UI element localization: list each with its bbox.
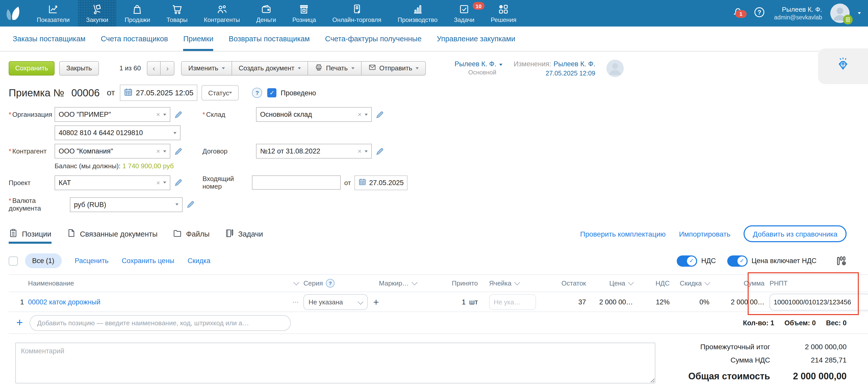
item-name-link[interactable]: 00002 каток дорожный	[28, 298, 100, 306]
nav-item-solutions[interactable]: Решения	[483, 0, 525, 27]
accepted-cell[interactable]: 1шт	[436, 298, 478, 306]
counterparty-select[interactable]: ООО "Компания" ×	[55, 144, 170, 159]
nav-item-production[interactable]: Производство	[390, 0, 446, 27]
add-series-button[interactable]: +	[373, 297, 379, 307]
close-button[interactable]: Закрыть	[59, 61, 99, 75]
discount-cell[interactable]: 0%	[670, 298, 709, 306]
nav-item-tasks[interactable]: 10 Задачи	[446, 0, 483, 27]
row-more-icon[interactable]: ⋯	[292, 298, 299, 306]
comment-textarea[interactable]	[15, 343, 655, 383]
price-includes-vat-toggle[interactable]: ✓ Цена включает НДС	[727, 255, 816, 266]
create-document-menu-button[interactable]: Создать документ	[232, 61, 308, 75]
save-button[interactable]: Сохранить	[9, 61, 55, 75]
import-link[interactable]: Импортировать	[679, 230, 731, 238]
status-dropdown-button[interactable]: Статус	[202, 85, 239, 100]
tab-received-invoices[interactable]: Счета-фактуры полученные	[317, 27, 429, 51]
vat-cell[interactable]: 12%	[633, 298, 670, 306]
edit-menu-button[interactable]: Изменить	[181, 61, 232, 75]
user-avatar[interactable]	[830, 4, 850, 23]
nav-item-retail[interactable]: Розница	[284, 0, 324, 27]
next-document-button[interactable]: ›	[161, 61, 175, 75]
tab-linked-documents[interactable]: Связанные документы	[67, 228, 158, 239]
select-all-checkbox[interactable]	[9, 256, 18, 265]
nav-item-money[interactable]: Деньги	[248, 0, 284, 27]
clipboard-icon	[9, 228, 18, 239]
warehouse-edit-pencil-icon[interactable]	[375, 110, 383, 119]
reprice-link[interactable]: Расценить	[75, 257, 108, 265]
owner-caret-icon[interactable]	[499, 64, 502, 66]
add-position-plus-icon[interactable]: +	[16, 317, 23, 328]
held-checkbox[interactable]: ✓	[268, 88, 277, 97]
col-marking[interactable]: Маркир…	[379, 280, 436, 287]
col-discount[interactable]: Скидка	[670, 280, 709, 287]
clear-icon[interactable]: ×	[358, 111, 362, 118]
help-icon[interactable]: ?	[753, 6, 766, 21]
notifications-button[interactable]: 1	[731, 6, 745, 21]
check-completeness-link[interactable]: Проверить комплектацию	[580, 230, 666, 238]
nav-item-goods[interactable]: Товары	[158, 0, 196, 27]
tab-supplier-returns[interactable]: Возвраты поставщикам	[221, 27, 317, 51]
chevron-down-icon	[174, 132, 177, 134]
series-select[interactable]: Не указана	[304, 294, 368, 310]
tab-receivings[interactable]: Приемки	[176, 27, 221, 51]
clear-icon[interactable]: ×	[156, 179, 160, 186]
rnpt-input[interactable]	[770, 293, 868, 310]
owner-block[interactable]: Рылеев К. Ф. Основной	[455, 60, 496, 76]
tab-supplier-orders[interactable]: Заказы поставщикам	[5, 27, 93, 51]
organization-select[interactable]: ООО "ПРИМЕР" ×	[55, 107, 170, 122]
contract-edit-pencil-icon[interactable]	[375, 147, 383, 155]
user-menu-caret-icon[interactable]	[858, 12, 861, 14]
warehouse-select[interactable]: Основной склад ×	[256, 107, 372, 122]
vat-toggle[interactable]: ✓ НДС	[677, 255, 716, 266]
add-position-input[interactable]	[30, 315, 291, 331]
nav-item-counterparties[interactable]: Контрагенты	[196, 0, 248, 27]
clear-icon[interactable]: ×	[156, 148, 160, 155]
col-price[interactable]: Цена	[586, 280, 633, 287]
bank-account-select[interactable]: 40802 810 4 6442 0129810	[55, 125, 181, 140]
changes-block: Изменения: Рылеев К. Ф. 27.05.2025 12:09	[514, 59, 595, 77]
held-help-icon[interactable]: ?	[252, 88, 262, 98]
nav-item-purchases[interactable]: Закупки	[78, 0, 117, 27]
send-menu-button[interactable]: Отправить	[362, 61, 426, 75]
nav-item-indicators[interactable]: Показатели	[29, 0, 78, 27]
tab-purchase-management[interactable]: Управление закупками	[429, 27, 523, 51]
incoming-date-input[interactable]: 27.05.2025	[354, 175, 408, 190]
contract-select[interactable]: №12 от 31.08.2022 ×	[256, 144, 372, 159]
counterparty-edit-pencil-icon[interactable]	[174, 147, 182, 155]
col-cell[interactable]: Ячейка	[478, 280, 544, 287]
column-settings-icon[interactable]	[836, 255, 846, 266]
changes-author-link[interactable]: Рылеев К. Ф.	[554, 60, 595, 68]
grand-total-value: 2 000 000,00	[770, 371, 846, 382]
clear-icon[interactable]: ×	[156, 111, 160, 118]
currency-select[interactable]: руб (RUB)	[70, 197, 183, 212]
col-name[interactable]: Наименование	[27, 280, 304, 287]
prev-document-button[interactable]: ‹	[147, 61, 161, 75]
save-prices-link[interactable]: Сохранить цены	[122, 257, 174, 265]
clear-icon[interactable]: ×	[358, 148, 362, 155]
price-cell[interactable]: 2 000 00…	[586, 298, 633, 306]
tab-supplier-invoices[interactable]: Счета поставщиков	[93, 27, 176, 51]
tab-positions[interactable]: Позиции	[9, 228, 51, 239]
table-header-row: Наименование Серия? Маркир… Принято Ячей…	[9, 274, 868, 292]
tab-files[interactable]: Файлы	[173, 228, 210, 239]
app-logo-icon[interactable]	[0, 0, 29, 27]
tab-tasks[interactable]: Задачи	[225, 228, 263, 239]
nav-item-sales[interactable]: Продажи	[117, 0, 158, 27]
add-from-catalog-button[interactable]: Добавить из справочника	[744, 225, 846, 242]
print-menu-button[interactable]: Печать	[308, 61, 361, 75]
user-info[interactable]: Рылеев К. Ф. admin@sevkavlab	[774, 5, 822, 21]
changes-datetime-link[interactable]: 27.05.2025 12:09	[514, 69, 595, 78]
project-select[interactable]: КАТ ×	[55, 175, 170, 190]
filter-all-pill[interactable]: Все (1)	[25, 253, 61, 268]
nav-item-online-trade[interactable]: Онлайн-торговля	[324, 0, 390, 27]
discount-link[interactable]: Скидка	[187, 257, 210, 265]
project-edit-pencil-icon[interactable]	[174, 179, 182, 187]
document-actions-group: Изменить Создать документ Печать Отправи…	[181, 61, 426, 75]
organization-edit-pencil-icon[interactable]	[174, 110, 182, 119]
nav-label: Продажи	[125, 16, 150, 23]
chevron-down-icon	[163, 182, 166, 184]
currency-edit-pencil-icon[interactable]	[186, 200, 194, 208]
document-datetime-input[interactable]: 27.05.2025 12:05	[120, 85, 197, 101]
incoming-number-input[interactable]	[252, 175, 341, 190]
series-help-icon[interactable]: ?	[326, 279, 335, 288]
